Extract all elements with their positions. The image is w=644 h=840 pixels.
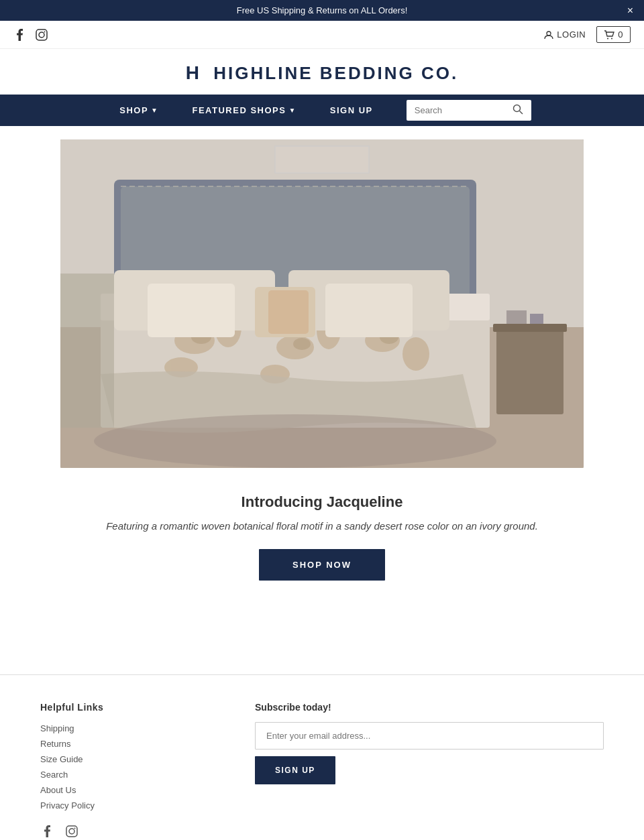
shop-now-button[interactable]: SHOP NOW xyxy=(259,549,385,581)
footer-link-privacy[interactable]: Privacy Policy xyxy=(40,800,215,811)
footer: Helpful Links Shipping Returns Size Guid… xyxy=(0,675,644,841)
shop-chevron-icon: ▼ xyxy=(151,107,158,114)
nav-featured-shops-label: FEATURED SHOPS xyxy=(192,105,286,115)
search-box xyxy=(407,100,531,121)
instagram-icon-top[interactable] xyxy=(35,28,48,42)
svg-point-5 xyxy=(611,38,612,39)
helpful-links-heading: Helpful Links xyxy=(40,702,215,713)
hero-image xyxy=(60,139,584,468)
navigation: SHOP ▼ FEATURED SHOPS ▼ SIGN UP xyxy=(0,95,644,126)
footer-link-search[interactable]: Search xyxy=(40,770,215,780)
search-input[interactable] xyxy=(415,105,508,115)
footer-top: Helpful Links Shipping Returns Size Guid… xyxy=(40,702,604,841)
cart-link[interactable]: 0 xyxy=(596,26,631,43)
announcement-close-button[interactable]: × xyxy=(627,5,633,17)
nav-featured-shops[interactable]: FEATURED SHOPS ▼ xyxy=(185,95,303,126)
svg-point-43 xyxy=(74,827,76,829)
svg-rect-34 xyxy=(268,290,309,334)
email-input-wrap: SIGN UP xyxy=(255,722,604,784)
announcement-bar: Free US Shipping & Returns on ALL Orders… xyxy=(0,0,644,21)
nav-sign-up-label: SIGN UP xyxy=(330,105,373,115)
spacer xyxy=(0,594,644,674)
hero-section xyxy=(0,126,644,475)
brand-logo[interactable]: H HIGHLINE BEDDING CO. xyxy=(186,63,458,83)
nav-shop[interactable]: SHOP ▼ xyxy=(113,95,165,126)
footer-instagram-icon[interactable] xyxy=(64,824,79,839)
svg-point-24 xyxy=(402,337,429,371)
cart-count: 0 xyxy=(618,29,623,40)
footer-helpful-links-col: Helpful Links Shipping Returns Size Guid… xyxy=(40,702,215,839)
svg-rect-0 xyxy=(36,29,47,40)
login-link[interactable]: LOGIN xyxy=(544,29,586,40)
svg-rect-33 xyxy=(325,284,413,337)
announcement-text: Free US Shipping & Returns on ALL Orders… xyxy=(237,5,408,15)
hero-image-container xyxy=(60,139,584,468)
nav-shop-label: SHOP xyxy=(119,105,148,115)
subscribe-heading: Subscribe today! xyxy=(255,702,604,713)
brand-name: HIGHLINE BEDDING CO. xyxy=(213,63,458,83)
top-bar-right: LOGIN 0 xyxy=(544,26,631,43)
footer-facebook-icon[interactable] xyxy=(40,824,55,839)
footer-link-shipping[interactable]: Shipping xyxy=(40,723,215,733)
search-button[interactable] xyxy=(513,104,523,117)
facebook-icon-top[interactable] xyxy=(13,28,27,42)
featured-shops-chevron-icon: ▼ xyxy=(288,107,296,114)
svg-rect-15 xyxy=(275,146,369,173)
hero-text-section: Introducing Jacqueline Featuring a roman… xyxy=(0,475,644,594)
svg-line-7 xyxy=(519,111,523,115)
footer-link-size-guide[interactable]: Size Guide xyxy=(40,754,215,764)
svg-rect-41 xyxy=(66,826,77,837)
email-input[interactable] xyxy=(255,722,604,749)
svg-point-2 xyxy=(44,31,46,32)
svg-rect-36 xyxy=(493,324,567,332)
nav-sign-up[interactable]: SIGN UP xyxy=(323,95,380,126)
svg-rect-40 xyxy=(60,274,114,428)
svg-point-26 xyxy=(293,338,311,350)
footer-sign-up-button[interactable]: SIGN UP xyxy=(255,756,335,784)
footer-link-returns[interactable]: Returns xyxy=(40,739,215,749)
footer-subscribe-col: Subscribe today! SIGN UP xyxy=(255,702,604,839)
hero-description: Featuring a romantic woven botanical flo… xyxy=(94,519,550,534)
svg-point-3 xyxy=(547,32,551,36)
footer-link-about-us[interactable]: About Us xyxy=(40,785,215,795)
svg-point-39 xyxy=(94,414,496,468)
logo-bar: H HIGHLINE BEDDING CO. xyxy=(0,49,644,95)
hero-title: Introducing Jacqueline xyxy=(13,493,631,511)
login-label: LOGIN xyxy=(557,29,586,40)
top-bar: LOGIN 0 xyxy=(0,21,644,49)
bed-scene xyxy=(60,139,584,468)
svg-rect-35 xyxy=(496,327,564,414)
svg-point-4 xyxy=(607,38,608,39)
svg-point-6 xyxy=(513,105,520,112)
svg-point-42 xyxy=(69,829,74,834)
svg-rect-38 xyxy=(530,314,543,324)
footer-social-icons xyxy=(40,824,215,839)
svg-rect-31 xyxy=(148,284,235,337)
svg-point-1 xyxy=(39,32,44,38)
logo-h-icon: H xyxy=(186,62,201,84)
svg-rect-37 xyxy=(506,310,527,324)
social-icons-top xyxy=(13,28,48,42)
